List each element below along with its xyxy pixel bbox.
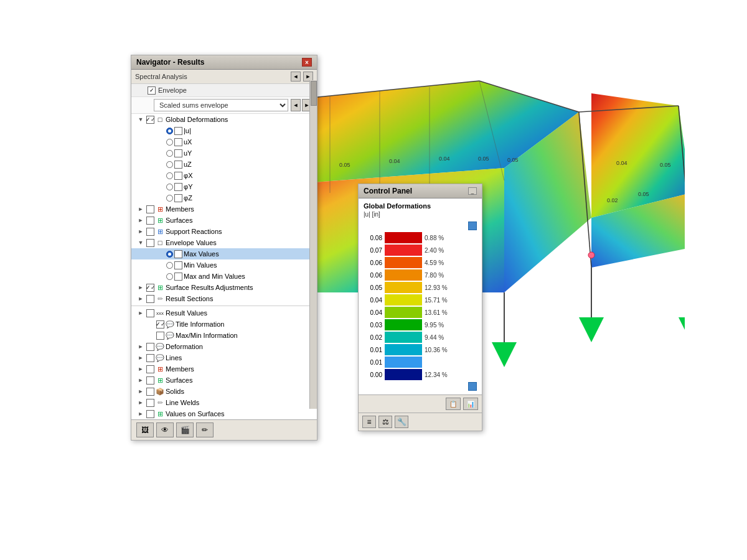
dropdown-prev-btn[interactable]: ◄ <box>291 99 301 111</box>
radio-uy[interactable] <box>166 150 173 157</box>
tree-item-surfaces[interactable]: ► ⊞ Surfaces <box>131 215 317 226</box>
cp-bottom-btn-3[interactable]: 🔧 <box>395 416 408 428</box>
checkbox-max-values[interactable] <box>174 250 182 258</box>
tree-item-uy[interactable]: uY <box>131 147 317 159</box>
checkbox-deformation[interactable] <box>146 343 154 351</box>
expand-lines[interactable]: ► <box>136 353 145 362</box>
checkbox-global-def[interactable]: ✓ <box>146 116 154 124</box>
expand-surface-results[interactable]: ► <box>136 283 145 292</box>
checkbox-members2[interactable] <box>146 365 154 373</box>
expand-deformation[interactable]: ► <box>136 342 145 351</box>
expand-members2[interactable]: ► <box>136 365 145 373</box>
tree-item-result-sections[interactable]: ► ✏ Result Sections <box>131 293 317 304</box>
tree-item-min-values[interactable]: Min Values <box>131 259 317 271</box>
tree-item-phiy[interactable]: φY <box>131 181 317 192</box>
navigator-scrollbar[interactable] <box>309 80 317 409</box>
checkbox-uy[interactable] <box>174 149 182 157</box>
checkbox-u[interactable] <box>174 127 182 135</box>
checkbox-title-info[interactable]: ✓ <box>156 320 164 329</box>
checkbox-values-surfaces[interactable] <box>146 410 154 418</box>
checkbox-max-min-info[interactable] <box>156 332 164 340</box>
checkbox-members[interactable] <box>146 205 154 213</box>
tree-item-surfaces2[interactable]: ► ⊞ Surfaces <box>131 375 317 386</box>
radio-phix[interactable] <box>166 172 173 179</box>
checkbox-support[interactable] <box>146 228 154 236</box>
footer-btn-3[interactable]: 🎬 <box>176 422 194 437</box>
radio-phiz[interactable] <box>166 195 173 202</box>
radio-u[interactable] <box>166 128 173 134</box>
label-values-surfaces: Values on Surfaces <box>166 410 225 418</box>
tree-item-solids[interactable]: ► 📦 Solids <box>131 386 317 397</box>
cp-bottom-btn-2[interactable]: ⚖ <box>378 416 392 428</box>
tree-item-u[interactable]: |u| <box>131 125 317 136</box>
radio-min-values[interactable] <box>166 262 173 269</box>
checkbox-solids[interactable] <box>146 388 154 396</box>
checkbox-phiy[interactable] <box>174 183 182 191</box>
tree-item-phix[interactable]: φX <box>131 170 317 181</box>
tree-item-members2[interactable]: ► ⊞ Members <box>131 363 317 375</box>
tree-item-envelope-values[interactable]: ▼ □ Envelope Values <box>131 237 317 248</box>
cp-bottom-btn-1[interactable]: ≡ <box>362 416 376 428</box>
expand-global-def[interactable]: ▼ <box>136 115 145 124</box>
radio-max-min-values[interactable] <box>166 273 173 280</box>
radio-max-values[interactable] <box>166 251 173 258</box>
footer-btn-1[interactable]: 🖼 <box>136 422 154 437</box>
tree-item-max-values[interactable]: Max Values <box>131 248 317 259</box>
checkbox-phix[interactable] <box>174 172 182 180</box>
expand-result-values[interactable]: ► <box>136 309 145 317</box>
legend-val-6: 0.04 <box>364 309 382 316</box>
checkbox-min-values[interactable] <box>174 261 182 269</box>
footer-btn-4[interactable]: ✏ <box>196 422 214 437</box>
expand-surfaces2[interactable]: ► <box>136 376 145 385</box>
tree-item-phiz[interactable]: φZ <box>131 192 317 203</box>
checkbox-envelope-values[interactable] <box>146 239 154 247</box>
tree-item-values-surfaces[interactable]: ► ⊞ Values on Surfaces <box>131 408 317 419</box>
radio-phiy[interactable] <box>166 184 173 190</box>
expand-solids[interactable]: ► <box>136 387 145 396</box>
envelope-checkbox[interactable]: ✓ <box>148 86 156 95</box>
checkbox-phiz[interactable] <box>174 194 182 202</box>
footer-btn-2[interactable]: 👁 <box>156 422 174 437</box>
tree-item-line-welds[interactable]: ► ✏ Line Welds <box>131 397 317 408</box>
checkbox-max-min-values[interactable] <box>174 273 182 281</box>
tree-item-surface-results[interactable]: ► ✓ ⊞ Surface Results Adjustments <box>131 282 317 293</box>
tree-item-title-info[interactable]: ✓ 💬 Title Information <box>131 319 317 330</box>
checkbox-ux[interactable] <box>174 138 182 146</box>
tree-item-global-deformations[interactable]: ▼ ✓ □ Global Deformations <box>131 114 317 125</box>
scrollbar-thumb[interactable] <box>311 81 317 106</box>
close-button[interactable]: × <box>302 58 312 67</box>
radio-uz[interactable] <box>166 161 173 168</box>
cp-footer-btn-2[interactable]: 📊 <box>463 398 478 410</box>
expand-result-sections[interactable]: ► <box>136 294 145 303</box>
checkbox-result-values[interactable] <box>146 309 154 317</box>
checkbox-surfaces[interactable] <box>146 217 154 225</box>
tree-item-lines[interactable]: ► 💬 Lines <box>131 352 317 363</box>
checkbox-result-sections[interactable] <box>146 295 154 303</box>
radio-ux[interactable] <box>166 139 173 146</box>
expand-surfaces[interactable]: ► <box>136 216 145 225</box>
tree-item-deformation[interactable]: ► 💬 Deformation <box>131 341 317 352</box>
cp-footer-btn-1[interactable]: 📋 <box>446 398 461 410</box>
envelope-type-select[interactable]: Scaled sums envelope CQC envelope SRSS e… <box>154 99 288 111</box>
tree-item-uz[interactable]: uZ <box>131 159 317 170</box>
checkbox-uz[interactable] <box>174 161 182 169</box>
expand-support[interactable]: ► <box>136 227 145 236</box>
tree-item-result-values[interactable]: ► xxx Result Values <box>131 307 317 319</box>
expand-line-welds[interactable]: ► <box>136 398 145 407</box>
label-max-min-info: Max/Min Information <box>176 332 238 339</box>
spectral-prev-btn[interactable]: ◄ <box>291 72 301 82</box>
tree-item-max-min-info[interactable]: 💬 Max/Min Information <box>131 330 317 341</box>
tree-item-max-min-values[interactable]: Max and Min Values <box>131 271 317 282</box>
expand-values-surfaces[interactable]: ► <box>136 409 145 418</box>
tree-item-members[interactable]: ► ⊞ Members <box>131 203 317 215</box>
expand-envelope-values[interactable]: ▼ <box>136 238 145 247</box>
checkbox-lines[interactable] <box>146 354 154 362</box>
checkbox-line-welds[interactable] <box>146 399 154 407</box>
tree-item-ux[interactable]: uX <box>131 136 317 147</box>
expand-members[interactable]: ► <box>136 205 145 213</box>
checkbox-surfaces2[interactable] <box>146 376 154 385</box>
icon-global-def: □ <box>156 115 164 124</box>
checkbox-surface-results[interactable]: ✓ <box>146 284 154 292</box>
tree-item-support-reactions[interactable]: ► ⊞ Support Reactions <box>131 226 317 237</box>
cp-minimize-btn[interactable]: _ <box>468 187 477 195</box>
